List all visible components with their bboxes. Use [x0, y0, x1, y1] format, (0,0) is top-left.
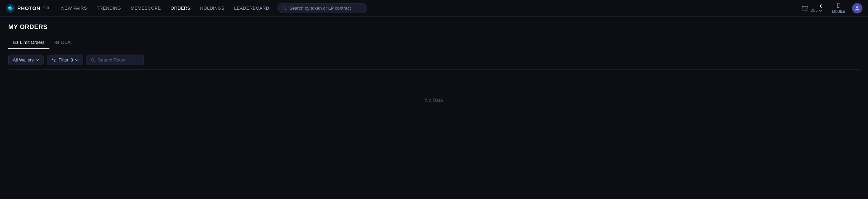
no-data-text: No Data [425, 97, 443, 103]
filter-count: 3 [71, 57, 73, 63]
nav-leaderboard[interactable]: LEADERBOARD [230, 3, 274, 13]
filter-button[interactable]: Filter 3 [47, 55, 83, 65]
page-title: MY ORDERS [8, 23, 860, 31]
user-avatar[interactable] [852, 3, 862, 13]
nav-new-pairs[interactable]: NEW PAIRS [57, 3, 91, 13]
svg-point-1 [9, 7, 10, 8]
dca-icon [54, 40, 59, 45]
svg-point-7 [856, 6, 858, 8]
nav-memescope[interactable]: MEMESCOPE [127, 3, 165, 13]
search-icon [283, 6, 286, 10]
svg-line-22 [94, 60, 95, 61]
token-search-input[interactable] [98, 57, 139, 63]
filter-chevron-icon [75, 58, 79, 62]
limit-orders-icon [13, 40, 18, 45]
navbar: PHOTON SOL NEW PAIRS TRENDING MEMESCOPE … [0, 0, 868, 17]
svg-rect-4 [802, 6, 808, 10]
svg-point-18 [55, 60, 56, 61]
logo[interactable]: PHOTON SOL [6, 3, 50, 13]
svg-rect-11 [55, 41, 56, 42]
logo-sol-label: SOL [43, 6, 50, 10]
wallet-button[interactable]: 0 SOL [799, 2, 825, 14]
global-search-input[interactable] [289, 6, 362, 11]
svg-point-15 [52, 59, 53, 60]
svg-line-3 [285, 9, 286, 9]
mobile-label: MOBILE [832, 10, 845, 13]
token-search-icon [91, 58, 95, 62]
nav-holdings[interactable]: HOLDINGS [196, 3, 229, 13]
global-search[interactable] [277, 3, 367, 13]
all-wallets-dropdown[interactable]: All Wallets [8, 55, 44, 65]
main-content: MY ORDERS Limit Orders DCA All Wallets [0, 17, 868, 138]
svg-rect-14 [57, 43, 58, 44]
sol-amount: 0 [820, 4, 823, 9]
no-data-area: No Data [8, 70, 860, 131]
tab-limit-orders[interactable]: Limit Orders [8, 36, 49, 49]
filter-label: Filter [58, 57, 68, 63]
filter-icon [52, 58, 56, 63]
tabs-row: Limit Orders DCA [8, 36, 860, 49]
tab-dca[interactable]: DCA [49, 36, 75, 49]
token-search[interactable] [86, 55, 144, 65]
logo-icon [6, 3, 15, 13]
nav-orders[interactable]: ORDERS [166, 3, 194, 13]
sol-label: SOL [811, 9, 822, 12]
navbar-right: 0 SOL MOBILE [799, 1, 862, 15]
chevron-down-icon [819, 9, 822, 12]
sol-balance-display: 0 SOL [811, 4, 822, 12]
svg-rect-12 [57, 41, 58, 42]
svg-rect-8 [14, 41, 18, 44]
wallets-chevron-icon [36, 58, 39, 62]
logo-text: PHOTON [17, 5, 40, 11]
wallet-icon [802, 4, 809, 11]
filter-row: All Wallets Filter 3 [8, 49, 860, 69]
svg-rect-13 [55, 43, 56, 44]
avatar-icon [854, 5, 860, 11]
mobile-button[interactable]: MOBILE [829, 1, 848, 15]
mobile-icon [835, 3, 842, 9]
all-wallets-label: All Wallets [13, 57, 34, 63]
nav-trending[interactable]: TRENDING [93, 3, 125, 13]
